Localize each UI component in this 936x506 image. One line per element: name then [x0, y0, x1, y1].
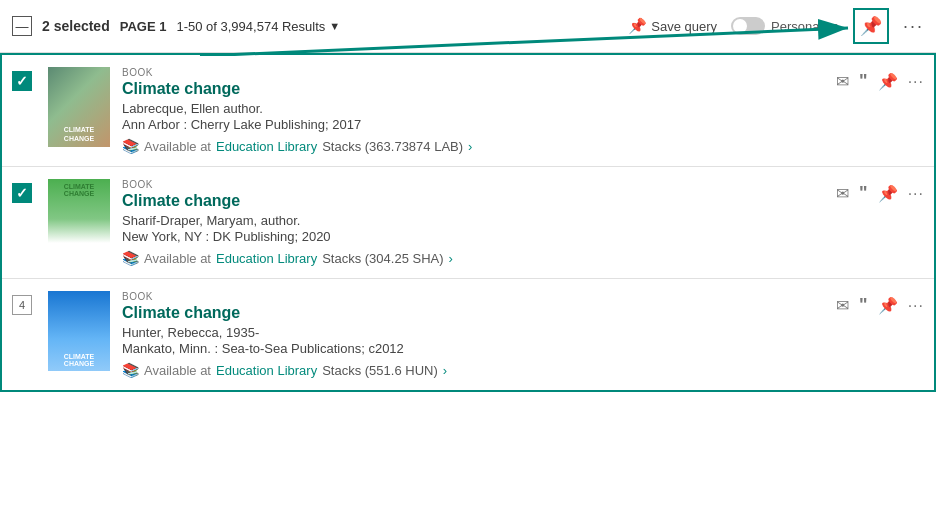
more-icon-3[interactable]: ··· [908, 297, 924, 315]
avail-chevron-3[interactable]: › [443, 363, 447, 378]
personalize-label: Personalize [771, 19, 839, 34]
result-type-2: BOOK [122, 179, 836, 190]
avail-text-3: Available at [144, 363, 211, 378]
result-actions-1: ✉ " 📌 ··· [836, 67, 924, 92]
result-item: 4 BOOK Climate change Hunter, Rebecca, 1… [2, 279, 934, 390]
pin-icon-3[interactable]: 📌 [878, 296, 898, 315]
results-info: 1-50 of 3,994,574 Results ▼ [176, 19, 340, 34]
result-content-2: BOOK Climate change Sharif-Draper, Marya… [122, 179, 836, 266]
check-icon: ✓ [16, 185, 28, 201]
result-author-1: Labrecque, Ellen author. [122, 101, 836, 116]
page-label: PAGE 1 [120, 19, 167, 34]
results-list: ✓ BOOK Climate change Labrecque, Ellen a… [0, 53, 936, 392]
book-stack-icon-3: 📚 [122, 362, 139, 378]
avail-text-1: Available at [144, 139, 211, 154]
pin-icon: 📌 [628, 17, 647, 35]
cite-icon-1[interactable]: " [859, 71, 868, 92]
result-author-3: Hunter, Rebecca, 1935- [122, 325, 836, 340]
book-cover-3 [48, 291, 110, 371]
result-title-3[interactable]: Climate change [122, 304, 836, 322]
checkbox-2[interactable]: ✓ [12, 183, 32, 203]
book-stack-icon-2: 📚 [122, 250, 139, 266]
avail-link-1[interactable]: Education Library [216, 139, 317, 154]
result-item: ✓ BOOK Climate change Labrecque, Ellen a… [2, 55, 934, 167]
deselect-button[interactable]: — [12, 16, 32, 36]
avail-location-2: Stacks (304.25 SHA) [322, 251, 443, 266]
minus-icon: — [16, 19, 29, 34]
check-icon: ✓ [16, 73, 28, 89]
checkbox-area-1: ✓ [12, 67, 48, 91]
result-content-1: BOOK Climate change Labrecque, Ellen aut… [122, 67, 836, 154]
result-type-3: BOOK [122, 291, 836, 302]
more-options-button[interactable]: ··· [903, 16, 924, 37]
avail-text-2: Available at [144, 251, 211, 266]
toolbar-right: 📌 Save query Personalize 📌 ··· [628, 8, 924, 44]
toolbar: — 2 selected PAGE 1 1-50 of 3,994,574 Re… [0, 0, 936, 53]
pin-icon-1[interactable]: 📌 [878, 72, 898, 91]
selected-count: 2 selected [42, 18, 110, 34]
email-icon-2[interactable]: ✉ [836, 184, 849, 203]
book-cover-2 [48, 179, 110, 259]
cite-icon-3[interactable]: " [859, 295, 868, 316]
results-dropdown-arrow[interactable]: ▼ [329, 20, 340, 32]
result-title-1[interactable]: Climate change [122, 80, 836, 98]
book-stack-icon: 📚 [122, 138, 139, 154]
pin-icon-2[interactable]: 📌 [878, 184, 898, 203]
result-item: ✓ BOOK Climate change Sharif-Draper, Mar… [2, 167, 934, 279]
cite-icon-2[interactable]: " [859, 183, 868, 204]
checkbox-3[interactable]: 4 [12, 295, 32, 315]
result-author-2: Sharif-Draper, Maryam, author. [122, 213, 836, 228]
personalize-toggle-container: Personalize [731, 17, 839, 35]
result-publisher-3: Mankato, Minn. : Sea-to-Sea Publications… [122, 341, 836, 356]
more-icon-1[interactable]: ··· [908, 73, 924, 91]
avail-link-3[interactable]: Education Library [216, 363, 317, 378]
pin-highlighted-button[interactable]: 📌 [853, 8, 889, 44]
result-type-1: BOOK [122, 67, 836, 78]
avail-chevron-2[interactable]: › [449, 251, 453, 266]
avail-link-2[interactable]: Education Library [216, 251, 317, 266]
checkbox-area-2: ✓ [12, 179, 48, 203]
toolbar-left: — 2 selected PAGE 1 1-50 of 3,994,574 Re… [12, 16, 340, 36]
result-availability-2: 📚 Available at Education Library Stacks … [122, 250, 836, 266]
save-query-button[interactable]: 📌 Save query [628, 17, 717, 35]
result-title-2[interactable]: Climate change [122, 192, 836, 210]
email-icon-1[interactable]: ✉ [836, 72, 849, 91]
toggle-knob [733, 19, 747, 33]
result-content-3: BOOK Climate change Hunter, Rebecca, 193… [122, 291, 836, 378]
avail-location-1: Stacks (363.73874 LAB) [322, 139, 463, 154]
result-publisher-2: New York, NY : DK Publishing; 2020 [122, 229, 836, 244]
item-number-3: 4 [19, 299, 25, 311]
email-icon-3[interactable]: ✉ [836, 296, 849, 315]
result-availability-3: 📚 Available at Education Library Stacks … [122, 362, 836, 378]
pin-icon-highlighted: 📌 [860, 15, 882, 37]
checkbox-area-3: 4 [12, 291, 48, 315]
avail-chevron-1[interactable]: › [468, 139, 472, 154]
more-icon-2[interactable]: ··· [908, 185, 924, 203]
book-cover-1 [48, 67, 110, 147]
result-actions-2: ✉ " 📌 ··· [836, 179, 924, 204]
avail-location-3: Stacks (551.6 HUN) [322, 363, 438, 378]
personalize-toggle[interactable] [731, 17, 765, 35]
checkbox-1[interactable]: ✓ [12, 71, 32, 91]
result-publisher-1: Ann Arbor : Cherry Lake Publishing; 2017 [122, 117, 836, 132]
result-actions-3: ✉ " 📌 ··· [836, 291, 924, 316]
result-availability-1: 📚 Available at Education Library Stacks … [122, 138, 836, 154]
